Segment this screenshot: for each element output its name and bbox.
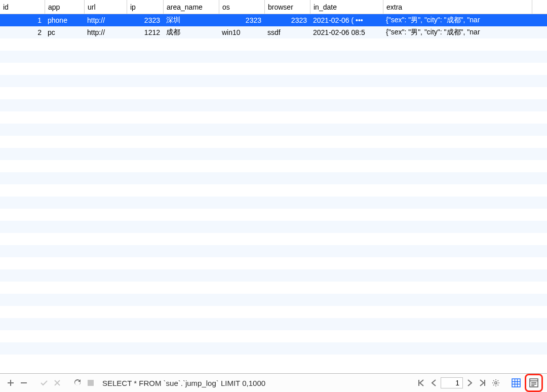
cell-app[interactable]: phone <box>45 14 84 26</box>
table-row-empty[interactable] <box>0 294 547 306</box>
table-row-empty[interactable] <box>0 233 547 245</box>
cell-pad[interactable] <box>532 14 547 26</box>
table-row-empty[interactable] <box>0 124 547 136</box>
cell-extra[interactable]: {"sex": "男", "city": "成都", "nar <box>383 26 532 38</box>
table-row-empty[interactable] <box>0 184 547 197</box>
stop-button[interactable] <box>84 376 97 389</box>
cell-pad[interactable] <box>532 26 547 38</box>
cell-in_date[interactable]: 2021-02-06 ( ••• <box>310 14 383 26</box>
table-row-empty[interactable] <box>0 51 547 63</box>
svg-point-2 <box>495 382 497 384</box>
settings-button[interactable] <box>489 376 502 389</box>
table-row[interactable]: 2pchttp://1212成都win10ssdf2021-02-06 08:5… <box>0 26 547 38</box>
cell-id[interactable]: 1 <box>0 14 45 26</box>
column-header-id[interactable]: id <box>0 0 45 14</box>
grid-header: id app url ip area_name os browser in_da… <box>0 0 547 14</box>
sql-text[interactable]: SELECT * FROM `sue`.`jump_log` LIMIT 0,1… <box>102 379 265 387</box>
table-row-empty[interactable] <box>0 63 547 75</box>
column-header-extra[interactable]: extra <box>383 0 532 14</box>
table-row-empty[interactable] <box>0 306 547 318</box>
table-row-empty[interactable] <box>0 209 547 221</box>
apply-changes-button[interactable] <box>37 376 51 389</box>
column-header-area_name[interactable]: area_name <box>163 0 219 14</box>
table-row-empty[interactable] <box>0 172 547 184</box>
next-page-button[interactable] <box>463 376 476 389</box>
table-row[interactable]: 1phonehttp://2323深圳232323232021-02-06 ( … <box>0 14 547 26</box>
table-row-empty[interactable] <box>0 99 547 111</box>
last-page-button[interactable] <box>476 376 489 389</box>
table-row-empty[interactable] <box>0 75 547 87</box>
add-row-button[interactable] <box>4 376 17 389</box>
page-number-input[interactable] <box>441 377 463 388</box>
table-row-empty[interactable] <box>0 160 547 172</box>
table-row-empty[interactable] <box>0 197 547 209</box>
cell-os[interactable]: 2323 <box>219 14 264 26</box>
results-grid: id app url ip area_name os browser in_da… <box>0 0 547 374</box>
table-row-empty[interactable] <box>0 245 547 257</box>
grid-body[interactable]: 1phonehttp://2323深圳232323232021-02-06 ( … <box>0 14 547 373</box>
column-header-in_date[interactable]: in_date <box>310 0 383 14</box>
table-row-empty[interactable] <box>0 257 547 269</box>
cancel-changes-button[interactable] <box>51 376 64 389</box>
remove-row-button[interactable] <box>17 376 30 389</box>
column-header-app[interactable]: app <box>45 0 84 14</box>
cell-id[interactable]: 2 <box>0 26 45 38</box>
cell-extra[interactable]: {"sex": "男", "city": "成都", "nar <box>383 14 532 26</box>
cell-os[interactable]: win10 <box>219 26 264 38</box>
table-row-empty[interactable] <box>0 342 547 355</box>
column-header-browser[interactable]: browser <box>264 0 310 14</box>
table-row-empty[interactable] <box>0 38 547 51</box>
column-header-ip[interactable]: ip <box>127 0 163 14</box>
svg-rect-0 <box>21 382 27 383</box>
table-row-empty[interactable] <box>0 330 547 342</box>
column-header-url[interactable]: url <box>84 0 127 14</box>
cell-area_name[interactable]: 深圳 <box>163 14 219 26</box>
table-row-empty[interactable] <box>0 87 547 99</box>
cell-area_name[interactable]: 成都 <box>163 26 219 38</box>
table-row-empty[interactable] <box>0 111 547 124</box>
table-row-empty[interactable] <box>0 148 547 160</box>
table-row-empty[interactable] <box>0 136 547 148</box>
cell-browser[interactable]: ssdf <box>264 26 310 38</box>
cell-url[interactable]: http:// <box>84 26 127 38</box>
table-row-empty[interactable] <box>0 221 547 233</box>
cell-ip[interactable]: 2323 <box>127 14 163 26</box>
column-header-os[interactable]: os <box>219 0 264 14</box>
table-row-empty[interactable] <box>0 318 547 330</box>
svg-rect-1 <box>88 380 94 386</box>
cell-app[interactable]: pc <box>45 26 84 38</box>
svg-rect-3 <box>512 379 520 387</box>
cell-browser[interactable]: 2323 <box>264 14 310 26</box>
column-header-spacer <box>532 0 547 14</box>
cell-url[interactable]: http:// <box>84 14 127 26</box>
table-row-empty[interactable] <box>0 355 547 367</box>
form-view-button[interactable] <box>527 376 540 389</box>
form-view-highlight <box>525 374 543 392</box>
cell-in_date[interactable]: 2021-02-06 08:5 <box>310 26 383 38</box>
table-row-empty[interactable] <box>0 282 547 294</box>
prev-page-button[interactable] <box>427 376 441 389</box>
results-toolbar: SELECT * FROM `sue`.`jump_log` LIMIT 0,1… <box>0 374 547 392</box>
table-row-empty[interactable] <box>0 269 547 282</box>
grid-view-button[interactable] <box>510 376 523 389</box>
first-page-button[interactable] <box>414 376 427 389</box>
refresh-button[interactable] <box>71 376 84 389</box>
cell-ip[interactable]: 1212 <box>127 26 163 38</box>
